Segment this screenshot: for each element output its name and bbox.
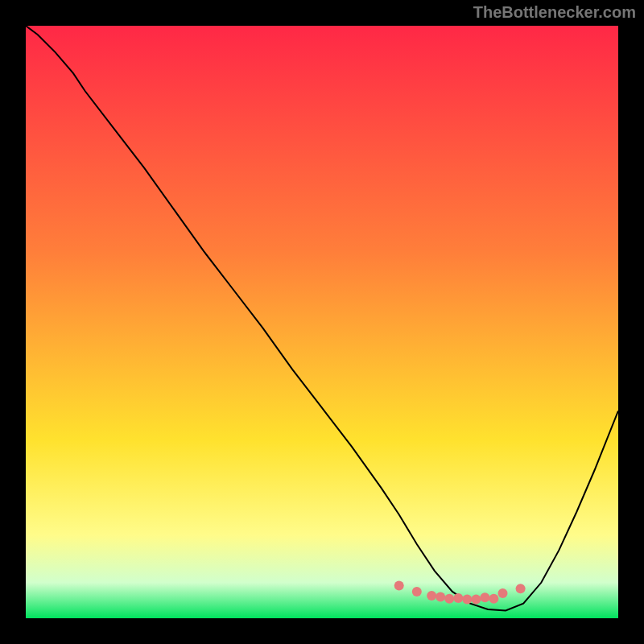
marker-dot	[516, 584, 526, 593]
marker-dot	[498, 588, 508, 598]
marker-dot	[453, 593, 463, 603]
marker-dot	[462, 594, 472, 604]
watermark-text: TheBottlenecker.com	[473, 3, 636, 22]
marker-dot	[444, 594, 454, 604]
marker-dot	[489, 594, 498, 604]
marker-dot	[394, 581, 404, 591]
chart-svg	[26, 26, 618, 618]
marker-dot	[427, 591, 436, 601]
marker-dot	[480, 592, 489, 602]
marker-dot	[471, 594, 481, 604]
gradient-background	[26, 26, 618, 618]
marker-dot	[412, 587, 422, 597]
marker-dot	[436, 592, 445, 602]
chart-plot-area	[26, 26, 618, 618]
